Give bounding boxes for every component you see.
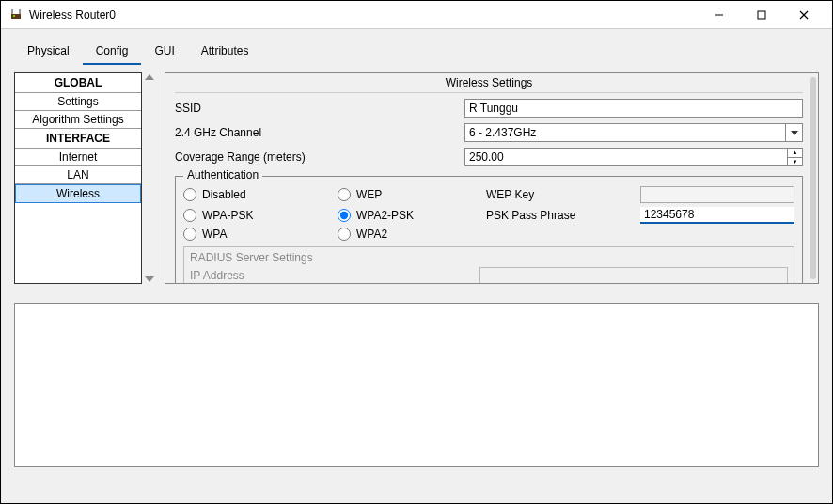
maximize-button[interactable] — [740, 2, 782, 28]
radio-disabled[interactable]: Disabled — [183, 188, 330, 201]
tab-config[interactable]: Config — [83, 39, 142, 65]
ssid-input[interactable] — [464, 99, 803, 118]
psk-input[interactable] — [640, 207, 794, 224]
svg-rect-0 — [11, 14, 21, 19]
authentication-fieldset: Authentication Disabled WEP WEP Key — [175, 176, 803, 284]
radio-wpa-label: WPA — [202, 228, 227, 241]
psk-label: PSK Pass Phrase — [486, 209, 633, 222]
coverage-spin-up[interactable]: ▲ — [788, 148, 803, 157]
radius-ip-label: IP Address — [190, 269, 472, 282]
radio-wpa-psk-input[interactable] — [183, 209, 196, 222]
authentication-legend: Authentication — [183, 168, 262, 181]
ssid-label: SSID — [175, 102, 457, 115]
sidebar-header-interface: INTERFACE — [15, 129, 141, 149]
coverage-label: Coverage Range (meters) — [175, 150, 457, 164]
wep-key-label: WEP Key — [486, 188, 633, 201]
coverage-input[interactable] — [464, 148, 788, 166]
title-bar: Wireless Router0 — [1, 1, 832, 29]
radio-wpa2[interactable]: WPA2 — [338, 228, 479, 241]
sidebar-item-algorithm-settings[interactable]: Algorithm Settings — [15, 111, 141, 129]
radio-wpa-psk[interactable]: WPA-PSK — [183, 209, 330, 222]
svg-rect-3 — [758, 11, 765, 19]
sidebar: GLOBAL Settings Algorithm Settings INTER… — [14, 72, 142, 284]
window-controls — [698, 2, 825, 28]
channel-label: 2.4 GHz Channel — [175, 126, 457, 139]
bottom-panel — [14, 303, 819, 467]
content-scrollbar[interactable] — [810, 77, 816, 279]
channel-input[interactable] — [464, 123, 786, 142]
radio-wpa2-psk-label: WPA2-PSK — [356, 209, 414, 222]
svg-point-1 — [13, 15, 15, 17]
radio-wpa-psk-label: WPA-PSK — [202, 209, 253, 222]
panel-title: Wireless Settings — [175, 73, 803, 93]
tab-bar: Physical Config GUI Attributes — [14, 39, 819, 65]
sidebar-item-internet[interactable]: Internet — [15, 149, 141, 166]
radio-wpa2-psk[interactable]: WPA2-PSK — [338, 209, 479, 222]
radio-wep[interactable]: WEP — [338, 188, 479, 201]
sidebar-item-lan[interactable]: LAN — [15, 166, 141, 184]
radius-settings: RADIUS Server Settings IP Address Shared… — [183, 246, 794, 284]
coverage-spin-down[interactable]: ▼ — [788, 157, 803, 167]
radio-disabled-label: Disabled — [202, 188, 246, 201]
radio-disabled-input[interactable] — [183, 188, 196, 201]
sidebar-scrollbar[interactable] — [142, 72, 157, 284]
radius-ip-input — [479, 267, 788, 284]
sidebar-item-settings[interactable]: Settings — [15, 93, 141, 111]
window-title: Wireless Router0 — [29, 8, 698, 22]
sidebar-item-wireless[interactable]: Wireless — [15, 184, 141, 203]
radio-wep-input[interactable] — [338, 188, 351, 201]
radio-wpa2-input[interactable] — [338, 228, 351, 241]
sidebar-header-global: GLOBAL — [15, 73, 141, 93]
radio-wpa[interactable]: WPA — [183, 228, 330, 241]
scroll-down-icon[interactable] — [145, 276, 154, 282]
wep-key-input — [640, 186, 794, 203]
chevron-down-icon — [791, 131, 798, 135]
radius-title: RADIUS Server Settings — [190, 251, 788, 264]
tab-gui[interactable]: GUI — [141, 39, 187, 65]
radio-wpa2-psk-input[interactable] — [338, 209, 351, 222]
channel-dropdown-button[interactable] — [786, 123, 803, 142]
tab-attributes[interactable]: Attributes — [188, 39, 262, 65]
radio-wpa2-label: WPA2 — [356, 228, 387, 241]
radio-wep-label: WEP — [356, 188, 382, 201]
router-icon — [8, 8, 24, 23]
close-button[interactable] — [782, 2, 825, 28]
radio-wpa-input[interactable] — [183, 228, 196, 241]
scroll-up-icon[interactable] — [145, 74, 154, 80]
minimize-button[interactable] — [698, 2, 740, 28]
settings-panel: Wireless Settings SSID 2.4 GHz Channel C… — [165, 72, 819, 284]
tab-physical[interactable]: Physical — [14, 39, 83, 65]
